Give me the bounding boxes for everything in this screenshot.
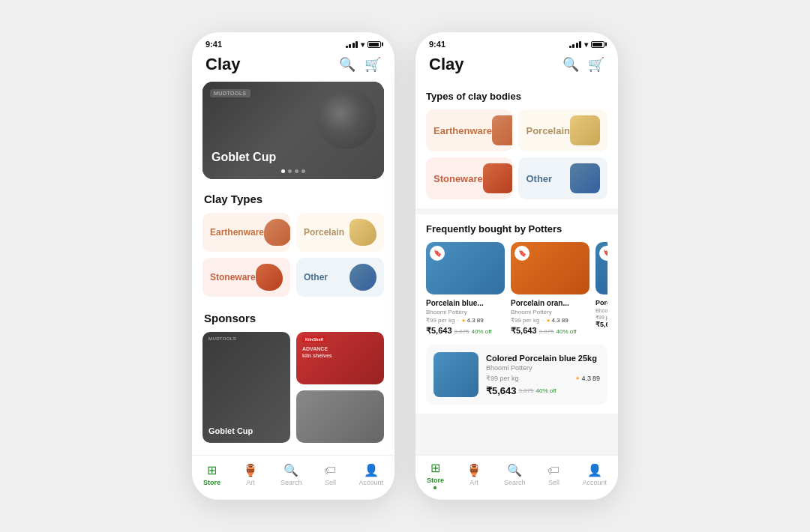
price-row-2: ₹5,643 3,875 40% off (511, 326, 590, 336)
store-icon-2: ⊞ (430, 461, 440, 475)
featured-price-per: ₹99 per kg (486, 375, 519, 382)
type-label-porcelain-2: Porcelain (526, 125, 570, 136)
type-porcelain-2[interactable]: Porcelain (518, 109, 608, 151)
clay-type-img-other (350, 264, 376, 291)
discount-1: 40% off (472, 328, 492, 335)
product-meta-3: ₹99 p... (596, 315, 608, 321)
sponsor-card-1[interactable]: Mudtools Goblet Cup (202, 332, 290, 443)
product-img-1: 🔖 (426, 242, 505, 294)
art-icon-2: 🏺 (466, 463, 482, 477)
hero-dot-2 (288, 169, 292, 173)
type-earthenware-2[interactable]: Earthenware (426, 109, 512, 151)
product-card-1[interactable]: 🔖 Porcelain blue... Bhoomi Pottery ₹99 p… (426, 242, 505, 336)
type-img-stoneware-2 (483, 163, 513, 193)
bookmark-btn-3[interactable]: 🔖 (599, 246, 608, 261)
battery-icon-2 (591, 41, 604, 48)
products-scroll[interactable]: 🔖 Porcelain blue... Bhoomi Pottery ₹99 p… (426, 242, 608, 336)
sell-icon-2: 🏷 (548, 464, 560, 477)
nav-store-2[interactable]: ⊞ Store (427, 461, 444, 489)
store-icon-1: ⊞ (207, 463, 217, 477)
nav-search-1[interactable]: 🔍 Search (280, 463, 302, 486)
product-name-1: Porcelain blue... (426, 299, 505, 307)
featured-product-card[interactable]: Colored Porcelain blue 25kg Bhoomi Potte… (426, 345, 608, 405)
product-name-3: Porce... (596, 299, 608, 306)
clay-type-label-earthenware: Earthenware (210, 227, 264, 238)
header-icons-1: 🔍 🛒 (339, 56, 381, 73)
hero-banner[interactable]: Mudtools Goblet Cup (202, 82, 384, 179)
nav-art-2[interactable]: 🏺 Art (466, 463, 482, 486)
clay-type-other[interactable]: Other (296, 258, 384, 297)
sponsor-subtitle-2: ADVANCEkiln shelves (302, 345, 332, 359)
type-label-stoneware-2: Stoneware (434, 173, 483, 184)
sponsor-card-2[interactable]: KilnShelf ADVANCEkiln shelves (296, 332, 384, 384)
clay-type-label-porcelain: Porcelain (304, 227, 344, 238)
nav-account-1[interactable]: 👤 Account (358, 463, 383, 486)
nav-search-2[interactable]: 🔍 Search (504, 463, 526, 486)
star-icon-2: ★ (546, 318, 550, 324)
type-other-2[interactable]: Other (518, 157, 608, 199)
sponsor-label-1: Mudtools (208, 336, 236, 341)
hero-dot-1 (281, 169, 285, 173)
art-icon-1: 🏺 (243, 463, 258, 477)
featured-product-img (434, 352, 478, 397)
clay-types-section-2: Types of clay bodies Earthenware Porcela… (416, 82, 618, 208)
nav-store-label-2: Store (427, 477, 444, 484)
sponsor-title-1: Goblet Cup (208, 426, 253, 435)
cart-icon-header-2[interactable]: 🛒 (588, 56, 604, 73)
product-card-3[interactable]: 🔖 Porce... Bhoom... ₹99 p... ₹5,64... (596, 242, 608, 336)
nav-sell-2[interactable]: 🏷 Sell (548, 464, 560, 486)
bookmark-btn-1[interactable]: 🔖 (430, 246, 445, 261)
clay-type-earthenware[interactable]: Earthenware (202, 213, 290, 252)
nav-account-2[interactable]: 👤 Account (582, 463, 607, 486)
rating-1: ★ 4.3 89 (461, 317, 484, 324)
product-meta-1: ₹99 per kg · ★ 4.3 89 (426, 317, 505, 324)
product-name-2: Porcelain oran... (511, 299, 590, 307)
product-seller-2: Bhoomi Pottery (511, 309, 590, 315)
old-price-2: 3,875 (539, 328, 554, 335)
clay-type-img-earthenware (264, 219, 290, 246)
featured-price-row: ₹5,643 3,875 40% off (486, 385, 600, 396)
nav-art-1[interactable]: 🏺 Art (243, 463, 258, 486)
phone-2: 9:41 ▾ Clay 🔍 🛒 (416, 32, 618, 500)
clay-type-porcelain[interactable]: Porcelain (296, 213, 384, 252)
clay-type-label-stoneware: Stoneware (210, 272, 256, 282)
product-price-1: ₹5,643 (426, 326, 452, 336)
price-per-2: ₹99 per kg (511, 317, 539, 324)
price-row-3: ₹5,64... (596, 321, 608, 328)
type-img-other-2 (570, 163, 600, 193)
nav-sell-label-2: Sell (548, 479, 560, 486)
sponsors-title: Sponsors (192, 309, 394, 332)
rating-value-2: 4.3 (552, 317, 560, 324)
nav-store-1[interactable]: ⊞ Store (203, 463, 220, 486)
nav-sell-label-1: Sell (325, 479, 336, 486)
hero-product-name: Goblet Cup (212, 151, 276, 164)
rating-count-2: 89 (562, 317, 568, 324)
nav-sell-1[interactable]: 🏷 Sell (324, 464, 336, 486)
featured-rating-value: 4.3 (581, 375, 591, 382)
status-bar-2: 9:41 ▾ (416, 32, 618, 52)
nav-account-label-1: Account (358, 479, 383, 486)
nav-art-label-1: Art (246, 479, 255, 486)
search-icon-header-2[interactable]: 🔍 (562, 56, 579, 73)
clay-type-stoneware[interactable]: Stoneware (202, 258, 290, 297)
wifi-icon-2: ▾ (584, 40, 588, 49)
clay-types-grid: Earthenware Porcelain Stoneware Other (202, 213, 384, 297)
sponsor-card-3[interactable] (296, 390, 384, 443)
search-nav-icon-2: 🔍 (507, 463, 522, 477)
featured-price: ₹5,643 (486, 385, 517, 396)
type-stoneware-2[interactable]: Stoneware (426, 157, 512, 199)
cart-icon-header[interactable]: 🛒 (364, 56, 381, 73)
product-card-2[interactable]: 🔖 Porcelain oran... Bhoomi Pottery ₹99 p… (511, 242, 590, 336)
nav-active-dot (434, 486, 436, 489)
sponsor-badge-2: KilnShelf (302, 336, 326, 342)
price-row-1: ₹5,643 3,875 40% off (426, 326, 505, 336)
search-icon-header[interactable]: 🔍 (339, 56, 356, 73)
type-label-other-2: Other (526, 173, 552, 184)
nav-account-label-2: Account (582, 479, 607, 486)
account-icon-2: 👤 (587, 463, 602, 477)
featured-product-info: Colored Porcelain blue 25kg Bhoomi Potte… (486, 354, 600, 396)
bookmark-btn-2[interactable]: 🔖 (514, 246, 530, 261)
clay-type-img-porcelain (350, 219, 376, 246)
nav-store-label-1: Store (203, 479, 220, 486)
featured-old-price: 3,875 (519, 387, 534, 394)
